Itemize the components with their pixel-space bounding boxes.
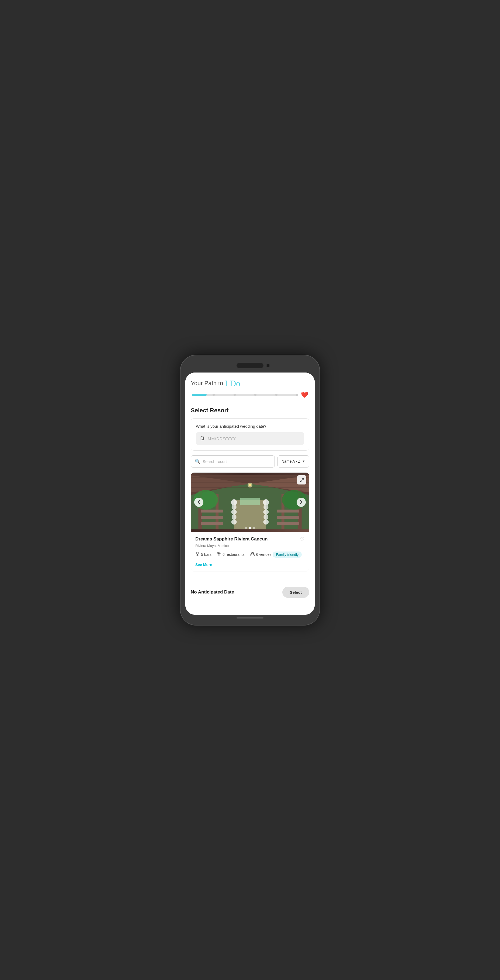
- svg-point-27: [264, 505, 268, 509]
- carousel-dot-1[interactable]: [245, 527, 247, 529]
- resort-location: Riviera Maya, Mexico: [195, 544, 305, 548]
- resort-name: Dreams Sapphire Riviera Cancun: [195, 536, 297, 542]
- svg-point-23: [232, 509, 237, 515]
- venues-icon: [250, 552, 255, 557]
- resort-name-row: Dreams Sapphire Riviera Cancun ♡: [195, 536, 305, 542]
- progress-bar-container: ❤️: [191, 391, 309, 398]
- restaurants-icon: [217, 552, 221, 557]
- svg-point-21: [231, 499, 237, 505]
- svg-rect-19: [277, 522, 299, 525]
- amenity-bars: 5 bars: [195, 552, 211, 558]
- favorite-button[interactable]: ♡: [300, 536, 305, 542]
- progress-dot-3: [233, 394, 236, 396]
- search-row: 🔍 Search resort Name A - Z ▼: [191, 455, 309, 468]
- svg-point-30: [263, 519, 268, 524]
- carousel-dot-2[interactable]: [249, 527, 251, 529]
- header: Your Path to I Do: [185, 372, 315, 402]
- carousel-prev-button[interactable]: [194, 498, 203, 507]
- progress-dot-5: [275, 394, 278, 396]
- phone-frame: Your Path to I Do: [180, 355, 320, 625]
- search-icon: 🔍: [195, 459, 200, 464]
- phone-bottom: [185, 615, 315, 620]
- brand-script: I Do: [225, 379, 240, 388]
- svg-point-24: [232, 514, 236, 519]
- speaker: [236, 363, 264, 368]
- svg-rect-17: [277, 509, 299, 512]
- brand-plain: Your Path to: [191, 380, 223, 387]
- svg-rect-14: [201, 509, 223, 512]
- svg-point-43: [252, 552, 254, 554]
- bars-count: 5 bars: [201, 552, 211, 557]
- progress-dots: [192, 394, 298, 396]
- svg-point-29: [264, 514, 268, 519]
- bars-icon: [195, 552, 200, 557]
- svg-point-25: [232, 519, 237, 524]
- amenity-tag: Family friendly: [273, 552, 302, 558]
- sort-label: Name A - Z: [281, 459, 300, 463]
- resort-info: Dreams Sapphire Riviera Cancun ♡ Riviera…: [191, 532, 309, 571]
- date-input[interactable]: 🗓 MM/DD/YYYY: [196, 432, 304, 445]
- dropdown-arrow-icon: ▼: [302, 460, 305, 463]
- resort-image-svg: [191, 473, 309, 532]
- date-placeholder: MM/DD/YYYY: [208, 436, 236, 441]
- svg-point-42: [251, 552, 252, 554]
- bottom-bar: No Anticipated Date Select: [185, 582, 315, 603]
- progress-dot-4: [254, 394, 256, 396]
- svg-rect-31: [240, 498, 260, 505]
- svg-rect-18: [277, 516, 299, 519]
- progress-dot-6: [296, 394, 298, 396]
- progress-track: [192, 394, 298, 396]
- search-input-wrap[interactable]: 🔍 Search resort: [191, 455, 275, 468]
- heart-icon: ❤️: [301, 391, 308, 398]
- svg-point-28: [263, 509, 268, 515]
- main-content: Select Resort What is your anticipated w…: [185, 407, 315, 582]
- notch-area: [185, 360, 315, 372]
- brand-title: Your Path to I Do: [191, 379, 309, 388]
- date-card: What is your anticipated wedding date? 🗓…: [191, 418, 309, 450]
- carousel-dots: [191, 527, 309, 529]
- carousel-dot-3[interactable]: [253, 527, 255, 529]
- svg-point-26: [263, 499, 269, 505]
- venues-count: 6 venues: [256, 552, 272, 557]
- camera: [266, 364, 270, 368]
- resort-image-container: [191, 473, 309, 532]
- progress-dot-1: [192, 394, 194, 396]
- no-date-label: No Anticipated Date: [191, 589, 234, 595]
- calendar-icon: 🗓: [200, 436, 205, 442]
- svg-rect-15: [201, 516, 223, 519]
- expand-button[interactable]: [297, 475, 306, 484]
- search-placeholder: Search resort: [203, 459, 227, 464]
- svg-rect-16: [201, 522, 223, 525]
- svg-point-35: [249, 484, 251, 486]
- progress-dot-2: [212, 394, 215, 396]
- amenity-venues: 6 venues Family friendly: [250, 552, 302, 558]
- select-button[interactable]: Select: [282, 587, 309, 598]
- restaurants-count: 6 restaurants: [222, 552, 244, 557]
- resort-card: Dreams Sapphire Riviera Cancun ♡ Riviera…: [191, 473, 309, 571]
- page-title: Select Resort: [191, 407, 309, 414]
- home-indicator: [236, 617, 264, 619]
- date-question: What is your anticipated wedding date?: [196, 424, 304, 428]
- sort-dropdown[interactable]: Name A - Z ▼: [278, 455, 309, 468]
- phone-screen: Your Path to I Do: [185, 372, 315, 615]
- carousel-next-button[interactable]: [297, 498, 306, 507]
- see-more-link[interactable]: See More: [195, 563, 212, 567]
- resort-amenities: 5 bars: [195, 552, 305, 558]
- screen-content: Your Path to I Do: [185, 372, 315, 615]
- amenity-restaurants: 6 restaurants: [217, 552, 244, 558]
- svg-point-22: [232, 505, 236, 509]
